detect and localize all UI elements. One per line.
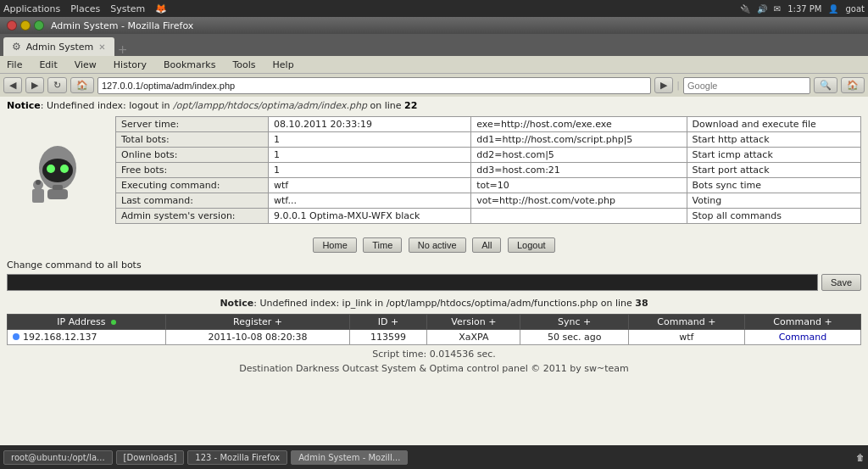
script-time: Script time: 0.014536 sec. <box>7 349 861 360</box>
value-total-bots: 1 <box>269 132 471 148</box>
tab-close-icon[interactable]: ✕ <box>98 42 105 52</box>
label-last-cmd: Last command: <box>116 193 269 209</box>
bot-register: 2011-10-08 08:20:38 <box>166 330 349 345</box>
home-button[interactable]: Home <box>313 237 356 253</box>
table-row: Free bots: 1 dd3=host.com:21 Start port … <box>116 163 861 178</box>
table-row: Server time: 08.10.2011 20:33:19 exe=htt… <box>116 117 861 132</box>
label-executing: Executing command: <box>116 178 269 193</box>
logo-area <box>7 116 108 231</box>
tab-admin-system[interactable]: ⚙ Admin System ✕ <box>3 37 114 56</box>
forward-button[interactable]: ▶ <box>25 77 44 93</box>
notice2-text: : Undefined index: ip_link in <box>253 298 386 309</box>
cmd-input[interactable] <box>7 274 818 291</box>
go-button[interactable]: ▶ <box>654 77 673 93</box>
tab-bar: ⚙ Admin System ✕ + <box>0 34 868 56</box>
value-tot: Bots sync time <box>687 178 860 193</box>
label-dd2: dd2=host.com|5 <box>471 148 687 163</box>
tab-icon: ⚙ <box>12 41 21 53</box>
notice1-line-text: on line <box>367 100 404 111</box>
notice2-prefix: Notice <box>220 298 253 309</box>
save-button[interactable]: Save <box>821 274 861 291</box>
label-version: Admin system's version: <box>116 209 269 224</box>
svg-point-8 <box>36 180 41 185</box>
no-active-button[interactable]: No active <box>409 237 466 253</box>
th-sync[interactable]: Sync + <box>520 315 628 330</box>
taskbar-item-admin[interactable]: Admin System - Mozill... <box>291 450 408 465</box>
bots-table: IP Address Register + ID + Version + Syn… <box>7 314 861 345</box>
all-button[interactable]: All <box>472 237 501 253</box>
new-tab-button[interactable]: + <box>118 42 128 56</box>
system-menu[interactable]: System <box>110 3 145 14</box>
info-table: Server time: 08.10.2011 20:33:19 exe=htt… <box>115 116 861 224</box>
applications-menu[interactable]: Applications <box>3 3 60 14</box>
taskbar-item-firefox123[interactable]: 123 - Mozilla Firefox <box>187 450 287 465</box>
value-dd3: Start port attack <box>687 163 860 178</box>
firefox-icon: 🦊 <box>155 3 167 14</box>
menu-help[interactable]: Help <box>270 59 298 70</box>
th-ip[interactable]: IP Address <box>8 315 166 330</box>
bot-ip: 192.168.12.137 <box>8 330 166 345</box>
table-row: Total bots: 1 dd1=http://host.com/script… <box>116 132 861 148</box>
time-button[interactable]: Time <box>363 237 402 253</box>
notice1-text: : Undefined index: logout in <box>41 100 173 111</box>
ip-dot-indicator <box>111 320 116 325</box>
label-server-time: Server time: <box>116 117 269 132</box>
taskbar-item-terminal[interactable]: root@ubuntu:/opt/la... <box>3 450 113 465</box>
table-row: Executing command: wtf tot=10 Bots sync … <box>116 178 861 193</box>
th-register[interactable]: Register + <box>166 315 349 330</box>
version-sort: + <box>488 316 496 327</box>
th-command1[interactable]: Command + <box>628 315 744 330</box>
svg-point-1 <box>42 159 73 182</box>
th-id[interactable]: ID + <box>349 315 427 330</box>
svg-rect-5 <box>53 185 63 190</box>
bot-id: 113599 <box>349 330 427 345</box>
th-command2[interactable]: Command + <box>744 315 860 330</box>
notice2-line: 38 <box>635 298 648 309</box>
username: goat <box>845 4 865 14</box>
id-sort: + <box>391 316 398 327</box>
th-version[interactable]: Version + <box>427 315 520 330</box>
label-total-bots: Total bots: <box>116 132 269 148</box>
system-bar-right: 🔌 🔊 ✉ 1:37 PM 👤 goat <box>740 4 865 14</box>
sync-sort: + <box>583 316 591 327</box>
value-online-bots: 1 <box>269 148 471 163</box>
address-bar[interactable] <box>97 77 651 94</box>
footer-copyright: Destination Darkness Outcast System & Op… <box>7 363 861 374</box>
maximize-button[interactable] <box>34 20 44 31</box>
menu-view[interactable]: View <box>71 59 100 70</box>
label-online-bots: Online bots: <box>116 148 269 163</box>
minimize-button[interactable] <box>20 20 31 31</box>
value-dd1: Start http attack <box>687 132 860 148</box>
cmd1-sort: + <box>708 316 715 327</box>
menu-edit[interactable]: Edit <box>36 59 60 70</box>
home-nav-button[interactable]: 🏠 <box>70 77 94 93</box>
action-buttons: Home Time No active All Logout <box>7 237 861 253</box>
firefox-title-bar: Admin System - Mozilla Firefox <box>0 17 868 34</box>
taskbar-right: 🗑 <box>856 453 865 462</box>
taskbar-item-downloads[interactable]: [Downloads] <box>116 450 185 465</box>
reload-button[interactable]: ↻ <box>47 77 67 93</box>
change-cmd-label: Change command to all bots <box>7 260 861 271</box>
logout-button[interactable]: Logout <box>508 237 555 253</box>
cmd2-sort: + <box>824 316 832 327</box>
cmd-input-row: Save <box>7 274 861 291</box>
register-sort: + <box>275 316 282 327</box>
value-executing: wtf <box>269 178 471 193</box>
home-icon-btn[interactable]: 🏠 <box>841 77 865 93</box>
window-title: Admin System - Mozilla Firefox <box>51 20 193 31</box>
menu-history[interactable]: History <box>110 59 150 70</box>
logo <box>24 138 92 209</box>
back-button[interactable]: ◀ <box>3 77 22 93</box>
menu-file[interactable]: File <box>3 59 25 70</box>
user-icon: 👤 <box>828 4 838 14</box>
close-button[interactable] <box>7 20 17 31</box>
value-version: 9.0.0.1 Optima-MXU-WFX black <box>269 209 471 224</box>
tab-label: Admin System <box>26 42 94 53</box>
bot-command2[interactable]: Command <box>744 330 860 345</box>
menu-bookmarks[interactable]: Bookmarks <box>160 59 219 70</box>
places-menu[interactable]: Places <box>70 3 100 14</box>
search-button[interactable]: 🔍 <box>814 77 837 93</box>
label-tot: tot=10 <box>471 178 687 193</box>
menu-tools[interactable]: Tools <box>229 59 259 70</box>
search-bar[interactable] <box>683 77 810 94</box>
